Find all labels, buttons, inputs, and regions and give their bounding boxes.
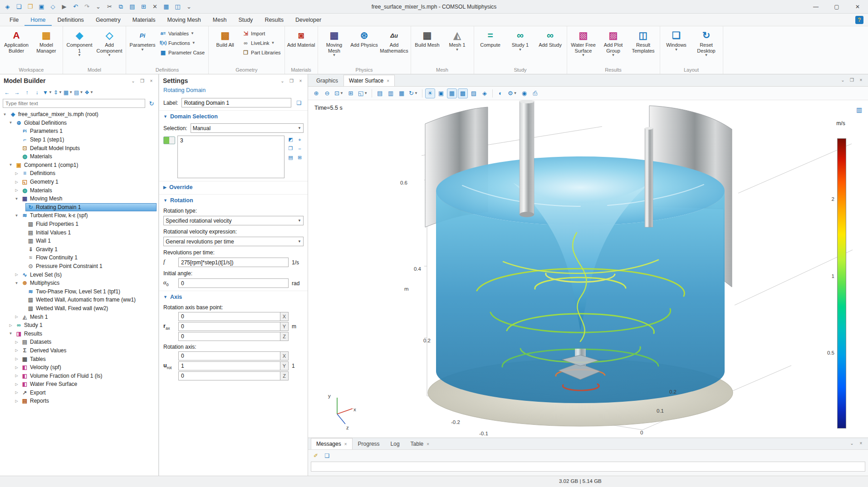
tree-item-turbulent-flow-k-spf[interactable]: ▼≋Turbulent Flow, k-ε (spf) [0,211,158,220]
tree-item-gravity-1[interactable]: ⇓Gravity 1 [0,245,158,254]
comsol-logo[interactable]: ◈ [2,1,13,12]
rotation-type-dropdown[interactable]: Specified rotational velocity ▼ [163,216,304,225]
view-zx-icon[interactable]: ▦ [397,88,407,98]
menu-tab-definitions[interactable]: Definitions [52,15,90,26]
help-icon[interactable]: ? [855,16,863,24]
selection-list[interactable]: 3 [177,136,284,178]
delete-icon[interactable]: ✕ [149,1,161,12]
tree-expander-icon[interactable]: ▷ [8,323,14,327]
tree-expander-icon[interactable]: ▷ [14,180,20,184]
zoom-in-icon[interactable]: ⊕ [311,88,321,98]
base-point-z-input[interactable] [178,332,280,341]
panel-close-icon[interactable]: × [858,440,864,447]
close-icon[interactable]: × [387,78,389,83]
add-component-button[interactable]: ◇Add Component▼ [95,28,124,58]
tree-item-moving-mesh[interactable]: ▼▦Moving Mesh [0,195,158,203]
go-to-default-view-icon[interactable]: ◱▼ [357,88,369,98]
close-icon[interactable]: × [427,442,429,447]
tree-expander-icon[interactable]: ▷ [14,390,20,394]
application-builder-button[interactable]: AApplication Builder [2,28,31,54]
tree-item-materials[interactable]: ◍Materials [0,152,158,161]
tag-display-button[interactable]: ❖▼ [84,88,93,97]
panel-menu-icon[interactable]: ⌄ [839,77,846,83]
show-selection-colors-icon[interactable]: ▨ [469,88,479,98]
selection-copy-button[interactable]: ❐ [287,145,294,152]
tree-expander-icon[interactable]: ▼ [2,112,8,117]
tree-item-tables[interactable]: ▷▦Tables [0,355,158,363]
tree-item-two-phase-flow-level-set-1-tpf1[interactable]: ≋Two-Phase Flow, Level Set 1 (tpf1) [0,287,158,296]
panel-float-icon[interactable]: ❐ [288,78,295,84]
part-libraries-button[interactable]: ❒Part Libraries [240,49,282,56]
tree-expander-icon[interactable]: ▷ [14,273,20,277]
new-file-icon[interactable]: ❏ [13,1,25,12]
plot-settings-icon[interactable]: ▥ [855,106,863,113]
tree-item-component-1-comp1[interactable]: ▼▣Component 1 (comp1) [0,161,158,170]
tree-item-step-1-step1[interactable]: ⌐Step 1 (step1) [0,136,158,144]
add-study-button[interactable]: ∞Add Study [536,28,565,49]
selection-zoom-button[interactable]: ⊞ [296,154,304,161]
tree-item-flow-continuity-1[interactable]: ≈Flow Continuity 1 [0,253,158,262]
tree-expander-icon[interactable]: ▼ [14,214,20,218]
show-material-color-icon[interactable]: ▩ [458,88,468,98]
mesh-1-button[interactable]: ◭Mesh 1▼ [443,28,472,53]
quick-access-dropdown[interactable]: ⌄ [183,1,195,12]
tree-expander-icon[interactable]: ▼ [8,163,14,167]
windows-button[interactable]: ❏Windows▼ [662,28,691,53]
tree-expander-icon[interactable]: ▼ [8,121,14,125]
water-free-surface-button[interactable]: ▧Water Free Surface▼ [569,28,598,58]
graphics-canvas[interactable]: Time=5.5 s 0.60.40.2m-0.2-0.10.20.10yxz … [308,100,868,438]
tree-item-level-set-ls[interactable]: ▷∿Level Set (ls) [0,270,158,279]
dock-tab-messages[interactable]: Messages× [311,438,353,449]
menu-tab-geometry[interactable]: Geometry [90,15,127,26]
undo-history-dropdown[interactable]: ⌄ [93,1,104,12]
moving-mesh-button[interactable]: ▦Moving Mesh▼ [320,28,349,58]
selection-list-item[interactable]: 3 [180,137,282,144]
add-mathematics-button[interactable]: ΔuAdd Mathematics [380,28,409,54]
panel-close-icon[interactable]: × [148,78,155,84]
tree-item-reports[interactable]: ▷▤Reports [0,397,158,405]
tree-item-wetted-wall-fixed-wall-ww2[interactable]: ▧Wetted Wall, Fixed wall (ww2) [0,304,158,313]
tree-item-export[interactable]: ▷↗Export [0,389,158,397]
dock-tab-table[interactable]: Table× [405,438,435,449]
build-mesh-button[interactable]: ▦Build Mesh [413,28,442,49]
selection-add-button[interactable]: + [296,136,304,143]
variables-button[interactable]: a=Variables▼ [158,29,206,37]
menu-tab-home[interactable]: Home [25,15,51,26]
section-domain-selection[interactable]: ▼ Domain Selection [159,110,308,122]
panel-close-icon[interactable]: × [297,78,304,84]
model-manager-button[interactable]: ▦Model Manager [32,28,61,54]
add-material-button[interactable]: ◙Add Material [287,28,316,49]
selection-dropdown[interactable]: Manual ▼ [191,123,304,133]
parameter-case-button[interactable]: ▦Parameter Case [158,49,206,56]
menu-tab-study[interactable]: Study [232,15,259,26]
tree-item-wall-1[interactable]: ▥Wall 1 [0,237,158,245]
tree-item-initial-values-1[interactable]: ▤Initial Values 1 [0,228,158,237]
label-edit-button[interactable]: ❏ [294,98,304,107]
tree-expander-icon[interactable]: ▼ [8,331,14,336]
move-down-button[interactable]: ↓ [33,88,41,97]
tree-item-mesh-1[interactable]: ▷◭Mesh 1 [0,312,158,321]
rotation-axis-y-input[interactable] [178,361,280,370]
import-button[interactable]: ⇲Import [240,29,282,37]
tree-item-volume-fraction-of-fluid-1-ls[interactable]: ▷◧Volume Fraction of Fluid 1 (ls) [0,371,158,380]
tree-item-results[interactable]: ▼◨Results [0,329,158,338]
add-plot-group-button[interactable]: ▨Add Plot Group▼ [599,28,628,58]
transparency-icon[interactable]: ◐ [495,88,505,98]
image-snapshot-icon[interactable]: ◉ [519,88,529,98]
menu-tab-developer[interactable]: Developer [289,15,327,26]
tree-item-study-1[interactable]: ▷∞Study 1 [0,321,158,330]
tree-expander-icon[interactable]: ▼ [14,197,20,201]
undo-icon[interactable]: ↶ [70,1,81,12]
view-lock-icon[interactable]: ◈ [480,88,490,98]
filter-input[interactable] [3,99,145,108]
tree-item-global-definitions[interactable]: ▼⊕Global Definitions [0,119,158,127]
update-plot-icon[interactable]: ↻▼ [407,88,419,98]
base-point-x-input[interactable] [178,312,280,321]
study-1-button[interactable]: ∞Study 1▼ [506,28,535,53]
zoom-extents-icon[interactable]: ⊡▼ [333,88,345,98]
model-wizard-icon[interactable]: ◇ [47,1,59,12]
collapse-expand-button[interactable]: ⇕▼ [54,88,62,97]
tree-item-derived-values[interactable]: ▷ΣDerived Values [0,346,158,355]
selection-state-icon[interactable] [163,136,175,144]
panel-float-icon[interactable]: ❐ [848,77,855,83]
